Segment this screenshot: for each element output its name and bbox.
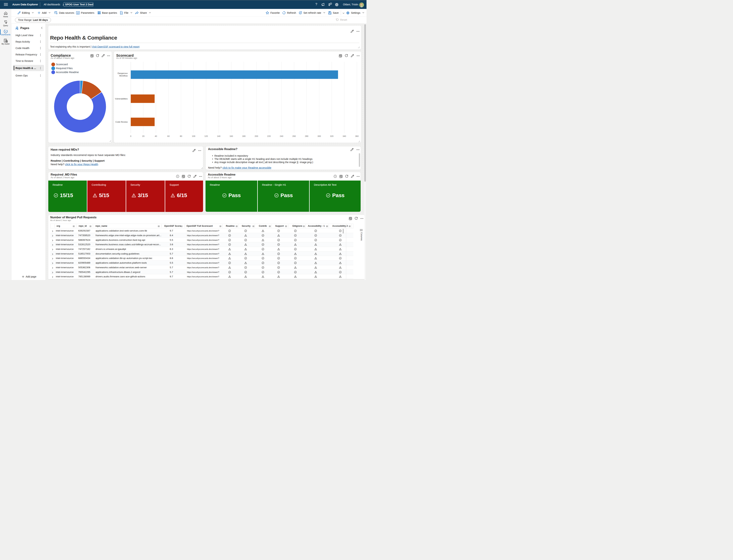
svg-text:180: 180	[242, 135, 245, 137]
svg-text:240: 240	[280, 135, 283, 137]
svg-text:360: 360	[355, 135, 358, 137]
svg-text:Code Review: Code Review	[116, 121, 128, 123]
svg-text:260: 260	[292, 135, 296, 137]
svg-text:Vulnerabilities: Vulnerabilities	[115, 98, 128, 100]
svg-text:@: @	[77, 12, 79, 14]
svg-text:100: 100	[192, 135, 195, 137]
svg-text:160: 160	[230, 135, 233, 137]
svg-text:140: 140	[217, 135, 220, 137]
svg-text:120: 120	[204, 135, 208, 137]
svg-text:300: 300	[317, 135, 321, 137]
svg-text:200: 200	[255, 135, 258, 137]
svg-text:Workflow: Workflow	[119, 75, 128, 77]
svg-text:80: 80	[180, 135, 182, 137]
svg-text:60: 60	[167, 135, 170, 137]
svg-text:Dangerous: Dangerous	[118, 72, 128, 74]
svg-text:280: 280	[305, 135, 308, 137]
svg-text:20: 20	[142, 135, 145, 137]
svg-text:0: 0	[130, 135, 131, 137]
svg-text:340: 340	[343, 135, 346, 137]
svg-text:220: 220	[267, 135, 271, 137]
svg-text:320: 320	[330, 135, 334, 137]
svg-text:40: 40	[155, 135, 157, 137]
